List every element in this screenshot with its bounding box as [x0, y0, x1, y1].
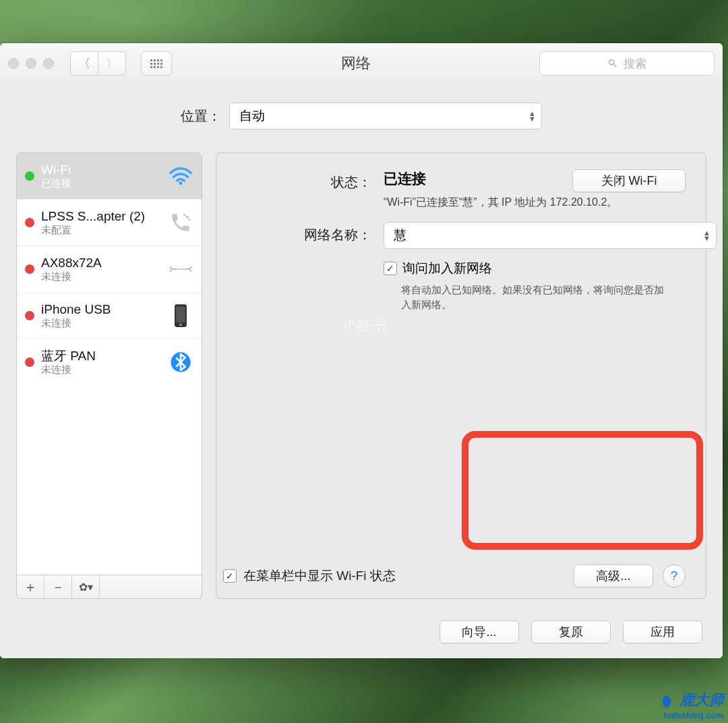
status-label: 状态：: [237, 169, 384, 192]
interface-name: Wi-Fi: [41, 163, 161, 177]
footer-buttons: 向导... 复原 应用: [439, 620, 702, 643]
chevron-right-icon: 〉: [106, 55, 118, 71]
watermark-text: 小红书: [342, 316, 387, 335]
network-name-row: 网络名称： 慧 ▲▼ ✓ 询问加入新网络 将自动加入已知网络。如果没有已知网络，…: [237, 222, 686, 312]
status-value: 已连接: [384, 171, 426, 186]
titlebar: 〈 〉 网络 搜索: [0, 43, 723, 84]
bluetooth-icon: [168, 349, 193, 375]
detail-bottom-bar: ✓ 在菜单栏中显示 Wi-Fi 状态 高级... ?: [216, 554, 706, 598]
interface-status: 未配置: [41, 224, 161, 235]
interface-list-toolbar: ＋ － ✿▾: [16, 575, 202, 599]
revert-button[interactable]: 复原: [531, 620, 611, 643]
apply-button[interactable]: 应用: [623, 620, 702, 643]
interface-name: iPhone USB: [41, 302, 161, 317]
turn-off-wifi-button[interactable]: 关闭 Wi-Fi: [572, 169, 686, 192]
network-name-value: 慧: [394, 227, 406, 244]
search-placeholder: 搜索: [624, 56, 646, 71]
window-title: 网络: [179, 53, 533, 74]
back-button[interactable]: 〈: [70, 51, 98, 76]
iphone-icon: [168, 303, 193, 328]
location-select[interactable]: 自动 ▲▼: [229, 103, 542, 129]
question-mark-icon: ?: [671, 569, 678, 583]
nav-buttons: 〈 〉: [70, 51, 126, 76]
network-preferences-window: 〈 〉 网络 搜索 位置： 自动 ▲▼: [0, 43, 723, 658]
interface-list: Wi-Fi 已连接 LPSS S...apter (2) 未配置: [16, 152, 202, 575]
brand-url: ludashiwj.com: [663, 710, 724, 720]
interface-actions-button[interactable]: ✿▾: [72, 575, 100, 598]
interface-item-iphone-usb[interactable]: iPhone USB 未连接: [17, 293, 202, 339]
wifi-icon: [168, 163, 193, 189]
search-input[interactable]: 搜索: [539, 51, 715, 76]
help-button[interactable]: ?: [663, 565, 686, 587]
brand-badge: 鹿大师 ludashiwj.com: [639, 683, 728, 723]
status-dot-connected-icon: [25, 171, 34, 181]
interface-name: LPSS S...apter (2): [41, 209, 161, 224]
status-dot-error-icon: [25, 357, 34, 367]
wizard-button[interactable]: 向导...: [439, 620, 519, 643]
deer-icon: [657, 690, 677, 710]
remove-interface-button[interactable]: －: [44, 575, 72, 598]
interface-name: AX88x72A: [41, 256, 161, 270]
window-controls: [8, 58, 54, 69]
close-window-button[interactable]: [8, 58, 19, 69]
chevron-left-icon: 〈: [78, 55, 90, 71]
zoom-window-button[interactable]: [43, 58, 54, 69]
show-in-menubar-label: 在菜单栏中显示 Wi-Fi 状态: [243, 567, 396, 585]
annotation-highlight-box: [462, 431, 703, 550]
location-label: 位置：: [181, 107, 221, 125]
main-area: Wi-Fi 已连接 LPSS S...apter (2) 未配置: [16, 152, 706, 599]
ethernet-icon: [168, 256, 193, 282]
svg-point-2: [183, 214, 185, 216]
ask-to-join-row: ✓ 询问加入新网络: [384, 260, 686, 277]
svg-point-5: [177, 268, 179, 270]
svg-point-6: [182, 268, 184, 270]
status-dot-error-icon: [25, 264, 34, 274]
interface-status: 未连接: [41, 364, 161, 375]
interface-sidebar: Wi-Fi 已连接 LPSS S...apter (2) 未配置: [16, 152, 202, 599]
select-arrows-icon: ▲▼: [528, 111, 536, 121]
forward-button[interactable]: 〉: [98, 51, 126, 76]
svg-point-4: [180, 268, 182, 270]
svg-point-9: [179, 323, 182, 326]
interface-item-ax88[interactable]: AX88x72A 未连接: [17, 246, 202, 293]
advanced-button[interactable]: 高级...: [574, 565, 653, 587]
show-in-menubar-row: ✓ 在菜单栏中显示 Wi-Fi 状态: [223, 567, 396, 585]
status-dot-error-icon: [25, 218, 34, 227]
interface-name: 蓝牙 PAN: [41, 349, 161, 364]
show-all-button[interactable]: [141, 51, 172, 76]
ask-to-join-label: 询问加入新网络: [402, 260, 492, 277]
ask-to-join-description: 将自动加入已知网络。如果没有已知网络，将询问您是否加入新网络。: [401, 283, 671, 312]
minimize-window-button[interactable]: [26, 58, 36, 69]
location-value: 自动: [239, 107, 265, 125]
add-interface-button[interactable]: ＋: [17, 575, 44, 598]
phone-icon: [168, 210, 193, 235]
interface-item-wifi[interactable]: Wi-Fi 已连接: [17, 153, 202, 200]
detail-panel: 状态： 已连接 关闭 Wi-Fi “Wi-Fi”已连接至“慧”，其 IP 地址为…: [216, 152, 706, 599]
status-dot-error-icon: [25, 311, 34, 320]
show-in-menubar-checkbox[interactable]: ✓: [223, 569, 237, 583]
status-description: “Wi-Fi”已连接至“慧”，其 IP 地址为 172.20.10.2。: [384, 195, 667, 210]
svg-rect-8: [176, 307, 185, 323]
search-icon: [607, 58, 618, 69]
svg-point-1: [186, 215, 189, 218]
grid-icon: [150, 59, 162, 68]
interface-item-bluetooth-pan[interactable]: 蓝牙 PAN 未连接: [17, 339, 202, 385]
interface-status: 已连接: [41, 177, 161, 189]
window-body: 位置： 自动 ▲▼ Wi-Fi 已连接: [0, 84, 723, 658]
network-name-label: 网络名称：: [237, 222, 384, 244]
status-row: 状态： 已连接 关闭 Wi-Fi “Wi-Fi”已连接至“慧”，其 IP 地址为…: [237, 169, 686, 210]
gear-icon: ✿▾: [79, 581, 93, 594]
svg-point-0: [179, 181, 182, 185]
interface-status: 未连接: [41, 317, 161, 328]
location-row: 位置： 自动 ▲▼: [0, 84, 723, 142]
interface-item-lpss[interactable]: LPSS S...apter (2) 未配置: [17, 200, 202, 246]
select-arrows-icon: ▲▼: [703, 230, 710, 241]
brand-name: 鹿大师: [679, 690, 724, 710]
ask-to-join-checkbox[interactable]: ✓: [384, 262, 397, 275]
interface-status: 未连接: [41, 270, 161, 282]
network-name-select[interactable]: 慧 ▲▼: [384, 222, 717, 249]
svg-point-3: [188, 219, 190, 221]
